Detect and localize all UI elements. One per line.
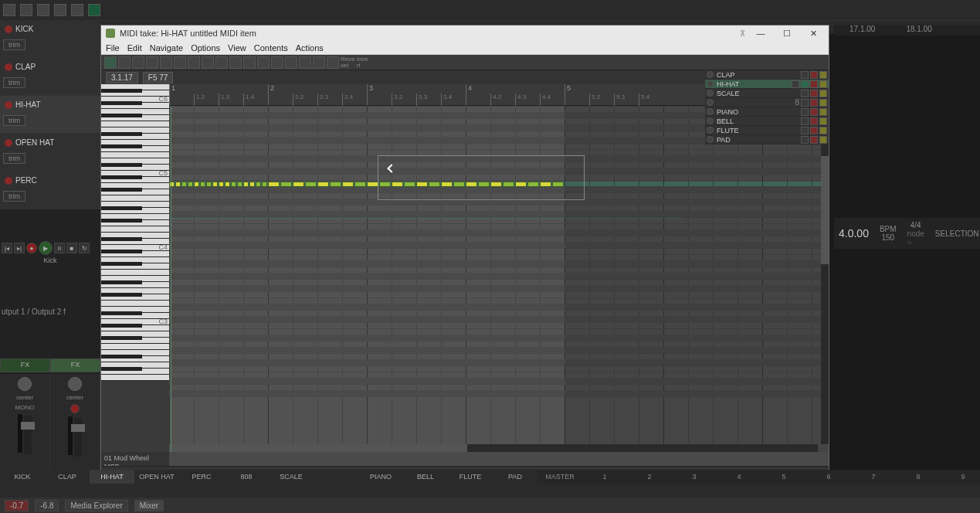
piano-key-black[interactable] xyxy=(101,250,142,253)
tracklist-row[interactable]: PAD xyxy=(705,135,829,144)
mixer-tab-kick[interactable]: KICK xyxy=(0,470,45,484)
mixer-channel-9[interactable]: 9 xyxy=(941,470,980,484)
piano-key[interactable] xyxy=(101,152,169,158)
midi-note[interactable] xyxy=(175,182,181,187)
record-arm-icon[interactable] xyxy=(5,63,12,71)
midi-note[interactable] xyxy=(305,182,317,187)
piano-key-black[interactable] xyxy=(101,262,142,266)
tracklist-row[interactable]: CLAP xyxy=(705,70,829,80)
tracklist-row[interactable]: BELL xyxy=(705,117,829,126)
midi-note[interactable] xyxy=(268,182,280,187)
record-arm-icon[interactable] xyxy=(5,25,12,33)
bpm-value[interactable]: 150 xyxy=(881,233,894,242)
track-armed-icon[interactable] xyxy=(801,80,809,88)
trim-button[interactable]: trim xyxy=(3,153,25,164)
record-arm-icon[interactable] xyxy=(5,101,12,109)
midi-note[interactable] xyxy=(200,182,205,187)
track-sq[interactable] xyxy=(801,90,809,97)
midi-note[interactable] xyxy=(212,182,218,187)
horizontal-scrollbar[interactable] xyxy=(169,444,818,452)
scrollbar-thumb[interactable] xyxy=(169,444,467,452)
track-mute-icon[interactable] xyxy=(810,71,818,79)
midi-note[interactable] xyxy=(317,182,329,187)
midi-note[interactable] xyxy=(330,182,341,187)
track-visible-icon[interactable] xyxy=(707,117,714,124)
tool-icon[interactable] xyxy=(271,56,283,69)
piano-key[interactable] xyxy=(101,226,169,233)
tool-icon[interactable] xyxy=(257,56,270,69)
piano-key-black[interactable] xyxy=(101,311,142,315)
pause-button[interactable]: II xyxy=(54,243,65,253)
piano-key[interactable] xyxy=(101,375,169,381)
track-kick[interactable]: KICKtrim xyxy=(0,20,100,58)
transport-start-button[interactable]: |◂ xyxy=(2,243,12,253)
menu-view[interactable]: View xyxy=(228,43,246,53)
piano-key-black[interactable] xyxy=(101,114,142,117)
pan-knob[interactable] xyxy=(18,377,32,391)
track-solo-icon[interactable] xyxy=(819,71,827,79)
piano-key-black[interactable] xyxy=(101,237,142,241)
piano-key-black[interactable] xyxy=(101,188,142,192)
mixer-channel-6[interactable]: 6 xyxy=(806,470,851,484)
maximize-button[interactable]: ☐ xyxy=(776,26,798,40)
piano-key-black[interactable] xyxy=(101,324,142,328)
midi-note[interactable] xyxy=(194,182,199,187)
tracklist-row[interactable]: PIANO xyxy=(705,107,829,117)
mixer-tab-clap[interactable]: CLAP xyxy=(45,470,90,484)
midi-note[interactable] xyxy=(256,182,261,187)
tool-icon[interactable] xyxy=(188,56,200,69)
mixer-channel-8[interactable]: 8 xyxy=(896,470,941,484)
track-solo-icon[interactable] xyxy=(819,117,827,125)
stop-button[interactable]: ■ xyxy=(66,243,77,253)
track-mute-icon[interactable] xyxy=(810,108,818,116)
midi-note[interactable] xyxy=(249,182,255,187)
piano-key[interactable] xyxy=(101,344,169,350)
close-button[interactable]: ✕ xyxy=(802,26,824,40)
tool-icon[interactable] xyxy=(3,4,15,16)
piano-key-black[interactable] xyxy=(101,219,142,223)
track-sq[interactable] xyxy=(801,99,809,107)
mixer-tab-open-hat[interactable]: OPEN HAT xyxy=(134,470,179,484)
track-solo-icon[interactable] xyxy=(819,127,827,134)
tool-icon[interactable] xyxy=(299,56,311,69)
track-sq[interactable] xyxy=(801,108,809,116)
fader[interactable] xyxy=(24,416,32,454)
tool-label[interactable]: Inve rt xyxy=(357,56,368,69)
midi-note[interactable] xyxy=(367,182,378,187)
mixer-tab[interactable]: Mixer xyxy=(134,500,164,511)
titlebar[interactable]: MIDI take: Hi-HAT untitled MIDI item ⊼ —… xyxy=(101,25,829,41)
tool-icon[interactable] xyxy=(132,56,144,69)
midi-note[interactable] xyxy=(181,182,187,187)
track-sq[interactable] xyxy=(801,127,809,134)
midi-note[interactable] xyxy=(354,182,366,187)
track-mute-icon[interactable] xyxy=(810,136,818,144)
cc-lane-select[interactable]: 01 Mod Wheel MSB xyxy=(101,452,169,466)
track-visible-icon[interactable] xyxy=(707,99,714,106)
tracklist-row[interactable]: 8 xyxy=(705,98,829,107)
mixer-tab-piano[interactable]: PIANO xyxy=(358,470,403,484)
track-open-hat[interactable]: OPEN HATtrim xyxy=(0,134,100,172)
record-arm-icon[interactable] xyxy=(5,139,12,147)
tracklist-row[interactable]: SCALE xyxy=(705,89,829,98)
mixer-channel-3[interactable]: 3 xyxy=(672,470,717,484)
track-visible-icon[interactable] xyxy=(707,136,714,143)
trim-button[interactable]: trim xyxy=(3,115,25,126)
mixer-tab-pad[interactable]: PAD xyxy=(493,470,537,484)
track-sq[interactable] xyxy=(801,71,809,79)
midi-note[interactable] xyxy=(206,182,212,187)
track-visible-icon[interactable] xyxy=(707,108,714,115)
tool-view-icon[interactable] xyxy=(104,56,117,69)
timesig-value[interactable]: 4/4 xyxy=(910,221,921,229)
piano-key-black[interactable] xyxy=(101,89,142,93)
record-arm-icon[interactable] xyxy=(5,177,12,185)
trim-button[interactable]: trim xyxy=(3,39,25,50)
midi-note[interactable] xyxy=(342,182,354,187)
track-perc[interactable]: PERCtrim xyxy=(0,172,100,209)
tracklist-row[interactable]: FLUTE xyxy=(705,126,829,135)
tool-icon[interactable] xyxy=(285,56,297,69)
mixer-tab-empty[interactable] xyxy=(314,470,358,484)
piano-key-black[interactable] xyxy=(101,175,142,179)
tool-icon[interactable] xyxy=(229,56,242,69)
track-visible-icon[interactable] xyxy=(707,80,714,87)
piano-key-black[interactable] xyxy=(101,293,142,297)
